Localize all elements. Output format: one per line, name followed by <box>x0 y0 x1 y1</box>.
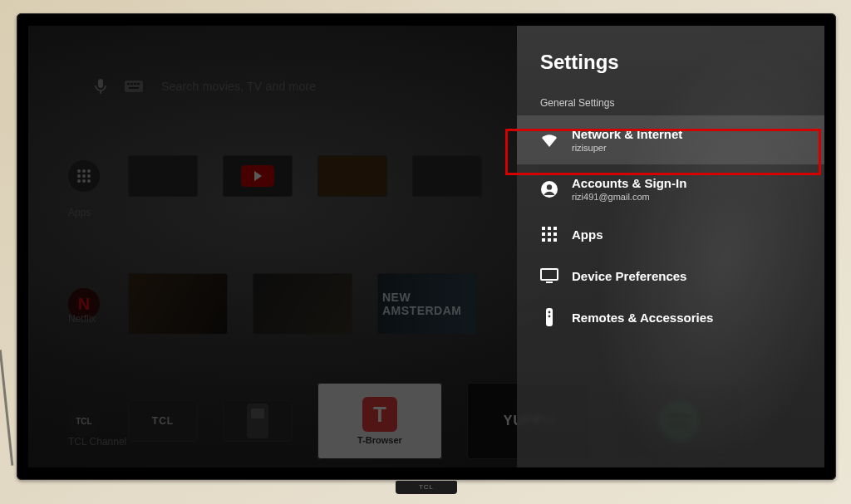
settings-item-sub: rizisuper <box>572 143 682 153</box>
content-poster-2[interactable] <box>253 273 352 335</box>
svg-point-11 <box>77 174 81 178</box>
content-poster-new-amsterdam[interactable]: NEW AMSTERDAM <box>377 273 477 335</box>
search-placeholder[interactable]: Search movies, TV and more <box>161 80 316 93</box>
svg-point-9 <box>82 169 86 173</box>
tbrowser-mark: T <box>362 397 397 432</box>
row-label-tcl: TCL Channel <box>68 436 126 448</box>
content-poster-1[interactable] <box>128 273 228 335</box>
settings-item-apps[interactable]: Apps <box>517 213 824 255</box>
settings-item-label: Network & Internet <box>572 127 682 141</box>
remote-icon <box>540 308 558 326</box>
svg-rect-27 <box>553 238 557 242</box>
svg-rect-28 <box>541 269 558 280</box>
keyboard-icon[interactable] <box>125 81 143 92</box>
settings-item-accounts[interactable]: Accounts & Sign-In rizi491@gmail.com <box>517 164 824 213</box>
svg-rect-23 <box>548 232 551 236</box>
svg-rect-2 <box>125 81 143 92</box>
row-label-netflix: Netflix <box>68 313 96 325</box>
svg-rect-21 <box>553 227 557 230</box>
svg-rect-5 <box>134 83 136 85</box>
youtube-label: YouTube <box>223 198 293 207</box>
settings-item-network[interactable]: Network & Internet rizisuper <box>517 115 824 164</box>
settings-section-label: General Settings <box>517 89 824 115</box>
top-search-bar: Search movies, TV and more <box>95 74 467 99</box>
svg-point-12 <box>82 174 86 178</box>
settings-item-label: Remotes & Accessories <box>572 311 713 325</box>
svg-point-32 <box>548 316 551 318</box>
settings-title: Settings <box>517 51 824 89</box>
mic-icon[interactable] <box>95 79 106 94</box>
svg-rect-6 <box>137 83 140 85</box>
tv-screen: Search movies, TV and more YouTube Apps … <box>28 26 824 467</box>
tcl-tile-label: TCL <box>152 415 174 427</box>
account-icon <box>540 180 558 198</box>
svg-rect-3 <box>127 83 130 85</box>
app-tile-generic-2[interactable] <box>317 155 387 197</box>
svg-point-18 <box>547 184 552 189</box>
svg-point-14 <box>77 179 81 183</box>
svg-point-16 <box>87 179 91 183</box>
svg-point-8 <box>77 169 81 173</box>
svg-point-13 <box>87 174 91 178</box>
svg-rect-20 <box>548 227 551 230</box>
svg-rect-24 <box>553 232 557 236</box>
settings-item-label: Accounts & Sign-In <box>572 176 686 190</box>
settings-item-remotes[interactable]: Remotes & Accessories <box>517 296 824 338</box>
settings-item-device-prefs[interactable]: Device Preferences <box>517 255 824 296</box>
svg-rect-0 <box>98 79 103 88</box>
svg-rect-19 <box>542 227 545 230</box>
svg-point-10 <box>87 169 91 173</box>
app-tile-youtube[interactable]: YouTube <box>223 155 293 197</box>
app-tile-tcl[interactable]: TCL <box>128 400 198 442</box>
app-tile-tbrowser[interactable]: T T-Browser <box>317 383 442 459</box>
svg-rect-22 <box>542 232 545 236</box>
svg-rect-4 <box>130 83 133 85</box>
new-amsterdam-title: NEW AMSTERDAM <box>382 291 472 317</box>
row-label-apps: Apps <box>68 207 91 218</box>
tv-brand-badge: TCL <box>396 481 457 494</box>
svg-rect-7 <box>129 87 139 89</box>
svg-point-31 <box>548 311 551 314</box>
home-row-netflix: NEW AMSTERDAM <box>68 273 477 335</box>
tcl-row-icon[interactable]: TCL <box>68 405 100 437</box>
tbrowser-label: T-Browser <box>357 435 402 445</box>
tv-frame: TCL Search movies, TV and more YouTube <box>17 13 836 480</box>
apps-row-icon[interactable] <box>68 160 100 192</box>
tv-icon <box>540 267 558 285</box>
svg-rect-1 <box>100 91 101 94</box>
wifi-icon <box>540 131 558 149</box>
home-row-apps: YouTube <box>68 155 482 197</box>
apps-grid-icon <box>540 225 558 243</box>
svg-rect-26 <box>548 238 551 242</box>
settings-item-label: Device Preferences <box>572 269 686 283</box>
app-tile-phone[interactable] <box>223 400 293 442</box>
settings-panel: Settings General Settings Network & Inte… <box>517 26 824 467</box>
svg-rect-25 <box>542 238 545 242</box>
settings-item-sub: rizi491@gmail.com <box>572 192 686 202</box>
app-tile-generic-1[interactable] <box>128 155 198 197</box>
svg-point-15 <box>82 179 86 183</box>
app-tile-generic-3[interactable] <box>412 155 482 197</box>
settings-item-label: Apps <box>572 228 603 242</box>
